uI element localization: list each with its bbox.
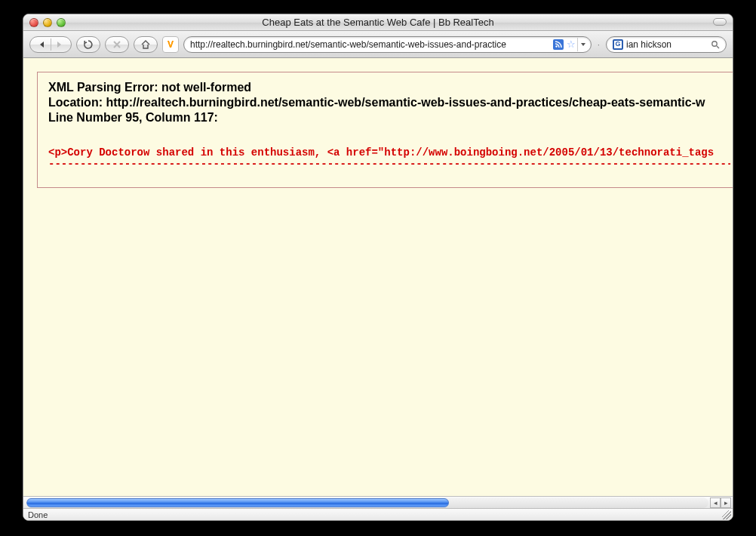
rss-icon[interactable] bbox=[553, 39, 564, 50]
svg-line-2 bbox=[717, 46, 719, 48]
bookmark-star-icon[interactable]: ☆ bbox=[567, 39, 576, 50]
home-button[interactable] bbox=[134, 36, 158, 53]
minimize-window-button[interactable] bbox=[43, 18, 52, 27]
reload-button[interactable] bbox=[76, 36, 100, 53]
error-line-col: Line Number 95, Column 117: bbox=[48, 110, 730, 125]
url-bar[interactable]: http://realtech.burningbird.net/semantic… bbox=[183, 36, 592, 53]
toolbar-separator: · bbox=[596, 39, 601, 50]
traffic-lights bbox=[23, 18, 66, 27]
search-text[interactable]: ian hickson bbox=[626, 39, 708, 50]
error-title: XML Parsing Error: not well-formed bbox=[48, 80, 730, 95]
url-text[interactable]: http://realtech.burningbird.net/semantic… bbox=[190, 39, 553, 50]
forward-icon[interactable] bbox=[55, 41, 63, 48]
stop-icon bbox=[112, 40, 121, 49]
zoom-window-button[interactable] bbox=[57, 18, 66, 27]
close-window-button[interactable] bbox=[29, 18, 38, 27]
svg-point-1 bbox=[712, 41, 717, 45]
search-bar[interactable]: G ian hickson bbox=[606, 36, 727, 53]
svg-point-0 bbox=[555, 45, 557, 47]
reload-icon bbox=[83, 39, 94, 50]
horizontal-scrollbar[interactable]: ◂ ▸ bbox=[23, 496, 733, 508]
resize-grip[interactable] bbox=[722, 510, 731, 519]
status-bar: Done bbox=[23, 508, 733, 520]
titlebar[interactable]: Cheap Eats at the Semantic Web Cafe | Bb… bbox=[23, 14, 733, 31]
home-icon bbox=[140, 39, 151, 50]
status-text: Done bbox=[28, 510, 48, 519]
scrollbar-thumb[interactable] bbox=[26, 498, 449, 507]
search-icon[interactable] bbox=[711, 40, 720, 49]
scrollbar-track[interactable] bbox=[26, 497, 708, 508]
url-dropdown-icon[interactable] bbox=[577, 38, 589, 51]
xml-error-box: XML Parsing Error: not well-formed Locat… bbox=[37, 72, 733, 188]
google-engine-icon[interactable]: G bbox=[613, 39, 623, 50]
back-icon[interactable] bbox=[38, 41, 46, 48]
site-favicon[interactable]: V bbox=[162, 36, 179, 53]
toolbar-toggle-button[interactable] bbox=[713, 18, 727, 26]
scroll-right-button[interactable]: ▸ bbox=[721, 497, 731, 508]
stop-button[interactable] bbox=[105, 36, 129, 53]
error-location: Location: http://realtech.burningbird.ne… bbox=[48, 95, 730, 110]
window-title: Cheap Eats at the Semantic Web Cafe | Bb… bbox=[23, 17, 733, 28]
page-content: XML Parsing Error: not well-formed Locat… bbox=[23, 58, 733, 520]
error-caret-line: ----------------------------------------… bbox=[48, 159, 730, 169]
error-source-line: <p>Cory Doctorow shared in this enthusia… bbox=[48, 146, 730, 159]
toolbar: V http://realtech.burningbird.net/semant… bbox=[23, 31, 733, 58]
nav-back-forward bbox=[29, 36, 72, 53]
scroll-left-button[interactable]: ◂ bbox=[710, 497, 721, 508]
browser-window: Cheap Eats at the Semantic Web Cafe | Bb… bbox=[23, 14, 733, 521]
